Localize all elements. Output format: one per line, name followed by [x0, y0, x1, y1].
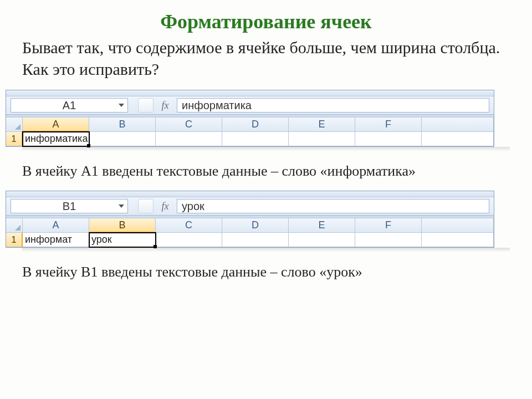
select-all-corner[interactable]: [6, 218, 23, 233]
cell-A1-text: информат: [25, 234, 72, 245]
select-all-corner[interactable]: [6, 117, 23, 132]
formula-bar: B1 fx урок: [6, 197, 494, 216]
cell-D1[interactable]: [222, 132, 289, 146]
caption-1: В ячейку А1 введены текстовые данные – с…: [22, 161, 510, 181]
col-header-B[interactable]: B: [89, 218, 156, 233]
col-header-D[interactable]: D: [222, 218, 289, 233]
chevron-down-icon[interactable]: [117, 202, 125, 210]
col-header-end: [422, 117, 494, 132]
cell-C1[interactable]: [156, 233, 222, 247]
cell-end[interactable]: [422, 233, 494, 247]
cell-F1[interactable]: [355, 233, 422, 247]
formula-value: урок: [182, 200, 204, 213]
name-box[interactable]: A1: [11, 98, 128, 112]
cell-C1[interactable]: [156, 132, 222, 146]
col-header-F[interactable]: F: [355, 218, 422, 233]
name-box-value: A1: [63, 99, 76, 112]
col-header-end: [422, 218, 494, 233]
cell-E1[interactable]: [289, 233, 355, 247]
cell-A1[interactable]: информат: [23, 233, 89, 247]
formula-input[interactable]: информатика: [177, 98, 489, 112]
caption-2: В ячейку В1 введены текстовые данные – с…: [22, 262, 510, 282]
formula-input[interactable]: урок: [177, 199, 489, 213]
col-header-E[interactable]: E: [289, 218, 355, 233]
row-header-1[interactable]: 1: [6, 132, 23, 146]
cell-F1[interactable]: [355, 132, 422, 146]
name-box-value: B1: [63, 200, 76, 213]
page-title: Форматирование ячеек: [22, 10, 510, 33]
cancel-icon[interactable]: [138, 98, 154, 112]
cell-B1[interactable]: урок: [89, 233, 156, 247]
col-header-A[interactable]: A: [23, 117, 89, 132]
col-header-A[interactable]: A: [23, 218, 89, 233]
col-header-C[interactable]: C: [156, 218, 222, 233]
intro-text: Бывает так, что содержимое в ячейке боль…: [22, 37, 510, 80]
spreadsheet-grid: A B C D E F 1 информат урок: [6, 218, 494, 247]
excel-screenshot-2: B1 fx урок A B C D E F 1 информат: [6, 191, 494, 248]
col-header-E[interactable]: E: [289, 117, 355, 132]
ribbon-strip: [6, 90, 494, 96]
cell-B1[interactable]: [89, 132, 156, 146]
cell-A1-text: информатика: [25, 133, 88, 145]
spreadsheet-grid: A B C D E F 1 информатика: [6, 117, 494, 146]
ribbon-strip: [6, 191, 494, 197]
fx-icon[interactable]: fx: [156, 98, 175, 112]
fx-icon[interactable]: fx: [156, 199, 175, 213]
formula-value: информатика: [182, 99, 252, 112]
cancel-icon[interactable]: [138, 199, 154, 213]
col-header-D[interactable]: D: [222, 117, 289, 132]
cell-D1[interactable]: [222, 233, 289, 247]
col-header-B[interactable]: B: [89, 117, 156, 132]
cell-E1[interactable]: [289, 132, 355, 146]
cell-A1[interactable]: информатика: [23, 132, 89, 146]
cell-B1-text: урок: [91, 234, 112, 245]
col-header-C[interactable]: C: [156, 117, 222, 132]
cell-end[interactable]: [422, 132, 494, 146]
name-box[interactable]: B1: [11, 199, 128, 213]
excel-screenshot-1: A1 fx информатика A B C D E F 1 информат…: [6, 90, 494, 147]
row-header-1[interactable]: 1: [6, 233, 23, 247]
formula-bar: A1 fx информатика: [6, 96, 494, 115]
col-header-F[interactable]: F: [355, 117, 422, 132]
chevron-down-icon[interactable]: [117, 101, 125, 109]
